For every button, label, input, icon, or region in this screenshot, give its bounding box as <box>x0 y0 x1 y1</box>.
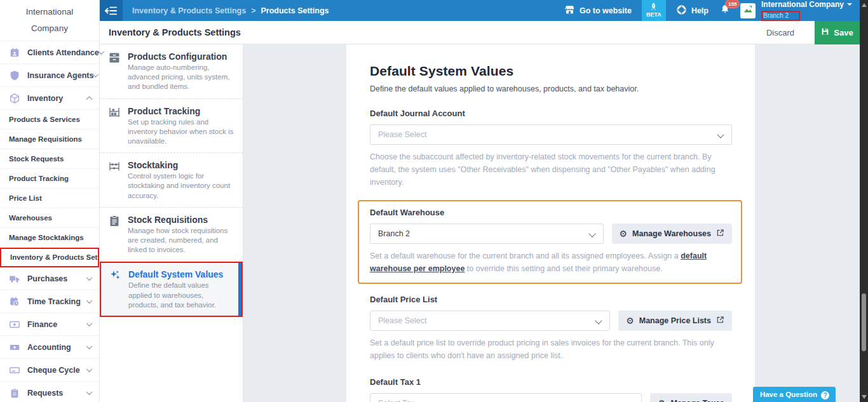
default-tax-section: Default Tax 1 Select Tax ⚙ Manage Taxes … <box>370 377 732 402</box>
sidebar-subitem-price-list[interactable]: Price List <box>0 189 99 208</box>
default-price-list-select[interactable]: Please Select <box>370 311 610 331</box>
chevron-down-icon <box>93 71 99 77</box>
sidebar-item-purchases[interactable]: Purchases <box>0 267 99 290</box>
content-area: Default System Values Define the default… <box>243 44 860 402</box>
sidebar-item-cheque-cycle[interactable]: Cheque Cycle <box>0 359 99 382</box>
sparkles-icon <box>109 269 121 282</box>
calendar-person-icon <box>8 46 21 59</box>
sidebar-item-label: Time Tracking <box>27 297 87 306</box>
default-price-list-section: Default Price List Please Select ⚙ Manag… <box>370 295 732 362</box>
default-tax-select[interactable]: Select Tax <box>370 393 642 402</box>
topbar-actions: Go to website BETA Help 155 <box>564 0 860 21</box>
field-help-text: Set a default warehouse for the current … <box>370 250 732 275</box>
nav-item-desc: Manage how stock requisitions are create… <box>128 226 234 255</box>
sidebar-subitem-inventory-products-settings[interactable]: Inventory & Products Settings <box>0 248 99 267</box>
sidebar-subitem-products-services[interactable]: Products & Services <box>0 110 99 130</box>
sidebar-subitem-manage-requisitions[interactable]: Manage Requisitions <box>0 130 99 149</box>
field-label: Default Tax 1 <box>370 377 732 387</box>
sidebar-subitem-stock-requests[interactable]: Stock Requests <box>0 149 99 169</box>
company-avatar[interactable] <box>740 3 756 18</box>
sidebar-item-label: Accounting <box>27 343 87 352</box>
chevron-down-icon <box>717 131 724 138</box>
clipboard-icon <box>8 387 21 399</box>
external-link-icon <box>716 316 724 326</box>
chevron-up-icon <box>86 97 93 103</box>
sidebar-item-accounting[interactable]: Accounting <box>0 336 99 359</box>
sidebar-subitem-warehouses[interactable]: Warehouses <box>0 208 99 228</box>
sidebar-subitem-manage-stocktakings[interactable]: Manage Stocktakings <box>0 228 99 248</box>
discard-button[interactable]: Discard <box>766 28 794 37</box>
help-label: Help <box>691 6 709 15</box>
question-icon: ? <box>821 391 829 399</box>
sidebar-item-insurance-agents[interactable]: Insurance Agents <box>0 64 99 87</box>
chevron-down-icon <box>86 320 93 326</box>
sidebar-item-label: Requests <box>27 389 87 398</box>
nav-item-title: Default System Values <box>128 269 231 280</box>
nav-item-title: Products Configuration <box>128 51 234 62</box>
button-label: Manage Warehouses <box>632 229 711 238</box>
nav-item-desc: Control system logic for stocktaking and… <box>128 171 234 201</box>
sidebar-item-finance[interactable]: Finance <box>0 313 99 336</box>
calendar-clock-icon <box>8 295 21 308</box>
save-button[interactable]: Save <box>815 21 860 44</box>
settings-nav-stock-requisitions[interactable]: Stock Requisitions Manage how stock requ… <box>100 208 243 262</box>
nav-item-title: Stock Requisitions <box>128 215 234 225</box>
breadcrumb-current: Products Settings <box>261 6 329 15</box>
sidebar-item-requests[interactable]: Requests <box>0 382 99 402</box>
default-journal-account-section: Default Journal Account Please Select Ch… <box>370 109 732 189</box>
sidebar-subitem-product-tracking[interactable]: Product Tracking <box>0 169 99 189</box>
select-value: Branch 2 <box>378 229 410 238</box>
nav-item-desc: Define the default values applied to war… <box>128 281 231 310</box>
manage-price-lists-button[interactable]: ⚙ Manage Price Lists <box>618 311 732 331</box>
settings-nav-stocktaking[interactable]: Stocktaking Control system logic for sto… <box>100 153 243 208</box>
gear-icon: ⚙ <box>620 229 628 238</box>
money-icon <box>8 341 21 354</box>
scroll-down-arrow-icon[interactable] <box>862 395 867 399</box>
settings-nav-product-tracking[interactable]: Product Tracking Set up tracking rules a… <box>100 99 243 154</box>
sidebar-item-label: Cheque Cycle <box>27 366 87 375</box>
default-warehouse-select[interactable]: Branch 2 <box>370 224 604 244</box>
collapse-menu-icon[interactable] <box>100 0 123 21</box>
settings-nav-default-system-values[interactable]: Default System Values Define the default… <box>100 262 243 317</box>
shield-icon <box>8 69 21 82</box>
save-label: Save <box>834 28 853 37</box>
archive-box-icon <box>108 51 121 64</box>
chevron-down-icon <box>86 366 93 372</box>
cheque-icon <box>8 364 21 377</box>
section-subtitle: Define the default values applied to war… <box>370 84 732 93</box>
image-icon <box>742 4 754 18</box>
sidebar-item-label: Finance <box>27 320 87 329</box>
sidebar-item-label: Insurance Agents <box>27 71 93 80</box>
manage-warehouses-button[interactable]: ⚙ Manage Warehouses <box>612 224 732 244</box>
scrollbar-thumb[interactable] <box>862 293 866 351</box>
help-text-part: Set a default warehouse for the current … <box>370 251 681 260</box>
manage-taxes-button[interactable]: ⚙ Manage Taxes <box>650 393 732 402</box>
banknote-icon <box>8 318 21 331</box>
settings-nav-products-configuration[interactable]: Products Configuration Manage auto-numbe… <box>100 44 243 99</box>
sidebar-item-label: Clients Attendance <box>27 48 99 57</box>
chevron-down-icon <box>595 317 602 324</box>
company-name: International Company <box>761 0 844 9</box>
company-switcher[interactable]: International Company Branch 2 <box>761 0 860 21</box>
abacus-icon <box>108 160 121 173</box>
nav-item-desc: Set up tracking rules and inventory beha… <box>128 117 234 147</box>
scroll-up-arrow-icon[interactable] <box>862 3 867 7</box>
have-question-label: Have a Question <box>760 391 817 398</box>
sidebar-item-time-tracking[interactable]: Time Tracking <box>0 290 99 313</box>
company-logo[interactable]: International Company <box>0 0 99 41</box>
select-placeholder: Please Select <box>378 316 426 325</box>
go-to-website-button[interactable]: Go to website <box>564 5 632 17</box>
beta-button[interactable]: BETA <box>642 0 666 21</box>
breadcrumb-parent[interactable]: Inventory & Products Settings <box>132 6 246 15</box>
have-a-question-button[interactable]: Have a Question ? <box>753 387 836 402</box>
gear-icon: ⚙ <box>658 399 666 402</box>
sidebar-item-clients-attendance[interactable]: Clients Attendance <box>0 41 99 64</box>
window-scrollbar[interactable] <box>860 0 868 402</box>
notifications-button[interactable]: 155 <box>720 4 730 17</box>
sidebar-item-inventory[interactable]: Inventory <box>0 87 99 110</box>
field-help-text: Set a default price list to override pro… <box>370 337 732 362</box>
caret-down-icon <box>847 3 852 6</box>
sidebar-item-label: Purchases <box>27 274 87 283</box>
help-button[interactable]: Help <box>676 4 709 17</box>
default-journal-account-select[interactable]: Please Select <box>370 124 732 145</box>
